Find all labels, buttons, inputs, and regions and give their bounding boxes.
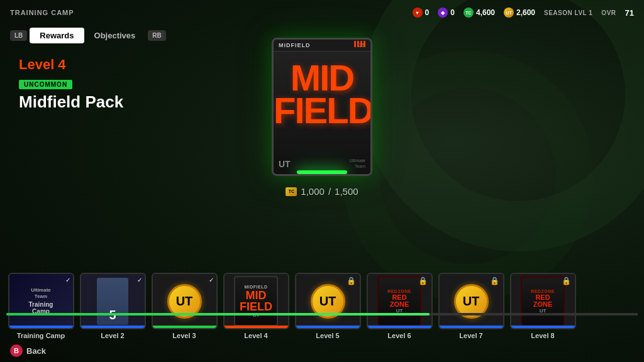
lock-icon-l8: 🔒 xyxy=(562,277,571,285)
pack-ut-subtitle: Ultimate Team xyxy=(349,158,365,169)
progress-current: 1,000 xyxy=(301,186,325,197)
reward-label-l6: Level 6 xyxy=(387,332,411,339)
back-label: Back xyxy=(26,346,46,356)
reward-thumb-level-6: REDZONE RED ZONE UT 🔒 xyxy=(367,273,433,329)
reward-thumb-level-5: UT 🔒 xyxy=(295,273,361,329)
progress-separator: / xyxy=(328,186,331,197)
pack-name: Midfield Pack xyxy=(19,93,123,111)
pack-card: MIDFIELD 25 MID FIELD UT Ultimate Team xyxy=(272,38,372,176)
reward-level-5[interactable]: UT 🔒 Level 5 xyxy=(293,273,362,339)
center-pack-display: MIDFIELD 25 MID FIELD UT Ultimate Team T… xyxy=(272,38,372,197)
pack-main-text: MID FIELD xyxy=(274,62,370,127)
reward-thumb-level-8: REDZONE RED ZONE UT 🔒 xyxy=(510,273,576,329)
reward-thumb-level-4: MIDFIELD MID FIELD UT xyxy=(223,273,289,329)
tc-value: 4,600 xyxy=(476,8,495,17)
overall-progress-bar xyxy=(6,313,638,315)
checkmark-icon-3: ✓ xyxy=(209,277,214,283)
purple-icon: ◆ xyxy=(438,8,448,18)
reward-label-l5: Level 5 xyxy=(316,332,339,339)
lb-button[interactable]: LB xyxy=(10,30,27,41)
reward-thumb-level-7: UT 🔒 xyxy=(438,273,504,329)
rb-button[interactable]: RB xyxy=(148,30,165,41)
reward-level-7[interactable]: UT 🔒 Level 7 xyxy=(436,273,506,339)
tab-bar: LB Rewards Objectives RB xyxy=(10,28,166,43)
reward-level-4[interactable]: MIDFIELD MID FIELD UT Level 4 xyxy=(221,273,291,339)
currency-purple: ◆ 0 xyxy=(438,8,455,18)
currency-health: ♥ 0 xyxy=(413,8,430,18)
health-value: 0 xyxy=(425,8,430,17)
b-button[interactable]: B xyxy=(10,344,23,357)
rewards-bar: UltimateTeam TrainingCamp ✓ Training Cam… xyxy=(0,273,644,339)
tc-progress-icon: TC xyxy=(286,187,297,196)
progress-bar-fill xyxy=(6,313,430,315)
reward-label-l4: Level 4 xyxy=(244,332,267,339)
ut-coin-icon: UT xyxy=(504,8,514,18)
reward-thumb-level-3: UT ✓ xyxy=(152,273,218,329)
redzone-pack-mini-l8: REDZONE RED ZONE UT xyxy=(521,276,565,326)
currency-bar: ♥ 0 ◆ 0 TC 4,600 UT 2,600 SEASON LVL 1 O… xyxy=(413,8,634,18)
progress-total: 1,500 xyxy=(335,186,358,197)
lock-icon-l6: 🔒 xyxy=(418,277,428,285)
redzone-pack-mini-l6: REDZONE RED ZONE UT xyxy=(377,276,421,326)
midfield-pack-mini: MIDFIELD MID FIELD UT xyxy=(234,276,278,326)
left-panel: Level 4 UNCOMMON Midfield Pack xyxy=(19,57,123,111)
currency-tc: TC 4,600 xyxy=(464,8,495,18)
player-card: 5 xyxy=(97,278,128,325)
header: TRAINING CAMP ♥ 0 ◆ 0 TC 4,600 UT 2,600 … xyxy=(0,0,644,25)
pack-card-title: MIDFIELD xyxy=(279,42,311,48)
purple-value: 0 xyxy=(450,8,455,17)
pack-glow xyxy=(297,170,347,174)
reward-level-6[interactable]: REDZONE RED ZONE UT 🔒 Level 6 xyxy=(365,273,434,339)
current-level: Level 4 xyxy=(19,57,123,73)
ovr-value: 71 xyxy=(625,8,634,18)
reward-level-2[interactable]: 5 ✓ Level 2 xyxy=(78,273,147,339)
tc-icon: TC xyxy=(464,8,474,18)
ut-value: 2,600 xyxy=(516,8,535,17)
reward-label-l2: Level 2 xyxy=(101,332,124,339)
tab-objectives[interactable]: Objectives xyxy=(84,28,146,43)
reward-training-camp[interactable]: UltimateTeam TrainingCamp ✓ Training Cam… xyxy=(6,273,75,339)
season-label: SEASON LVL 1 xyxy=(544,9,592,16)
reward-label-tc: Training Camp xyxy=(17,332,65,339)
reward-label-l3: Level 3 xyxy=(172,332,196,339)
reward-level-3[interactable]: UT ✓ Level 3 xyxy=(150,273,219,339)
lock-icon-l5: 🔒 xyxy=(347,277,356,285)
tc-thumb-content: UltimateTeam TrainingCamp xyxy=(29,287,53,315)
pack-ut-label: UT xyxy=(279,159,291,169)
tab-rewards[interactable]: Rewards xyxy=(30,28,84,43)
currency-ut: UT 2,600 xyxy=(504,8,535,18)
reward-label-l8: Level 8 xyxy=(531,332,554,339)
reward-level-8[interactable]: REDZONE RED ZONE UT 🔒 Level 8 xyxy=(508,273,577,339)
reward-label-l7: Level 7 xyxy=(459,332,482,339)
checkmark-icon-2: ✓ xyxy=(137,277,142,283)
decorative-lines xyxy=(354,41,365,47)
bottom-nav: B Back xyxy=(10,344,46,357)
rarity-badge: UNCOMMON xyxy=(19,80,72,89)
page-title: TRAINING CAMP xyxy=(10,9,74,16)
progress-section: TC 1,000 / 1,500 xyxy=(286,186,358,197)
reward-thumb-level-2: 5 ✓ xyxy=(80,273,146,329)
lock-icon-l7: 🔒 xyxy=(490,277,499,285)
health-icon: ♥ xyxy=(413,8,423,18)
checkmark-icon: ✓ xyxy=(65,277,70,283)
reward-thumb-training-camp: UltimateTeam TrainingCamp ✓ xyxy=(8,273,74,329)
tc-thumb: UltimateTeam TrainingCamp xyxy=(9,274,73,328)
ovr-label: OVR xyxy=(601,9,616,16)
